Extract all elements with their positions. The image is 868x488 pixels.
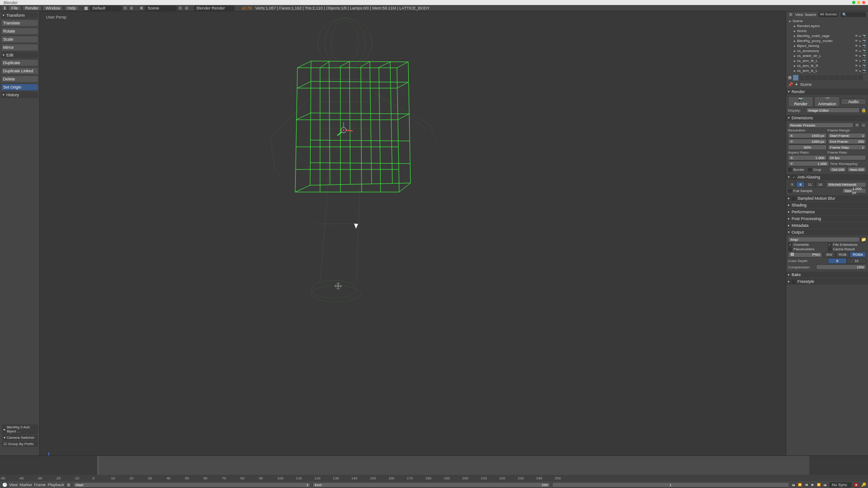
tl-menu-playback[interactable]: Playback — [47, 483, 64, 487]
cache-result-check[interactable]: Cache Result — [828, 247, 867, 251]
menu-help[interactable]: Help — [64, 5, 79, 11]
engine-field[interactable]: Blender Render — [194, 5, 235, 11]
res-pct-field[interactable]: 50% — [788, 145, 827, 150]
autokey-icon[interactable]: ● — [854, 482, 859, 488]
jump-end-icon[interactable]: ⏭ — [823, 483, 827, 487]
tab-render[interactable] — [793, 75, 798, 80]
keyframe-prev-icon[interactable]: ⏪ — [797, 483, 802, 487]
frame-step-field[interactable]: Frame Step:1 — [828, 145, 867, 150]
tab-modifiers[interactable] — [828, 75, 834, 80]
panel-edit[interactable]: Edit — [1, 52, 38, 58]
outliner-row[interactable]: ▸cs_accessory👁▸📷 — [787, 48, 867, 53]
menu-window[interactable]: Window — [42, 5, 63, 11]
outliner-row[interactable]: ▸Biped_blenrig👁▸📷 — [787, 43, 867, 48]
color-depth-seg[interactable]: 816 — [828, 258, 867, 264]
minimize-icon[interactable] — [857, 1, 860, 4]
rotate-button[interactable]: Rotate — [1, 28, 38, 35]
sync-mode[interactable]: No Sync — [829, 482, 852, 488]
menu-file[interactable]: File — [8, 5, 21, 11]
start-frame-tl[interactable]: Start:1 — [73, 482, 311, 488]
tl-menu-marker[interactable]: Marker — [19, 483, 32, 487]
placeholders-check[interactable]: Placeholders — [788, 247, 827, 251]
end-frame-field[interactable]: End Frame:250 — [828, 139, 867, 144]
outliner-search-input[interactable]: 🔍 — [840, 12, 866, 17]
play-reverse-icon[interactable]: ◀ — [804, 483, 808, 487]
format-field[interactable]: 🖼 PNG — [788, 252, 822, 258]
outliner-row[interactable]: ▸cs_ankle_str_L👁▸📷 — [787, 53, 867, 58]
display-mode-field[interactable]: Image Editor — [806, 108, 860, 113]
outliner-row[interactable]: ▸RenderLayers — [787, 23, 867, 28]
outliner-row[interactable]: ▸cs_arm_fk_L👁▸📷 — [787, 58, 867, 63]
tab-material[interactable] — [840, 75, 845, 80]
scene-icon[interactable]: ✦ — [139, 5, 144, 11]
render-panel-header[interactable]: Render — [786, 89, 868, 95]
aa-samples-seg[interactable]: 581116 — [788, 182, 826, 188]
output-path-field[interactable]: /tmp/ — [788, 237, 860, 242]
tab-object[interactable] — [816, 75, 822, 80]
overwrite-check[interactable]: Overwrite — [788, 243, 827, 247]
scene-del-icon[interactable]: × — [184, 5, 189, 11]
range-icon[interactable]: ⊘ — [66, 482, 71, 488]
outliner-row[interactable]: ▸Scene — [787, 19, 867, 23]
group-by-prefix-check[interactable]: ☑ Group By Prefix — [2, 441, 38, 447]
outliner-search-menu[interactable]: Search — [805, 13, 816, 17]
menu-render[interactable]: Render — [22, 5, 42, 11]
camera-switcher-panel[interactable]: ▾ Camera Switcher — [2, 435, 38, 441]
last-operator[interactable]: ▸ BlenRig 5 Add Biped ... — [2, 424, 38, 434]
scene-field[interactable]: Scene — [145, 5, 177, 11]
end-frame-tl[interactable]: End:250 — [312, 482, 550, 488]
delete-button[interactable]: Delete — [1, 75, 38, 83]
outliner-row[interactable]: ▸World — [787, 28, 867, 33]
folder-icon[interactable]: 📁 — [861, 237, 866, 242]
post-processing-header[interactable]: Post Processing — [786, 216, 868, 222]
keyframe-next-icon[interactable]: ⏩ — [816, 483, 821, 487]
tl-menu-frame[interactable]: Frame — [34, 483, 46, 487]
shading-header[interactable]: Shading — [786, 202, 868, 208]
file-ext-check[interactable]: File Extensions — [828, 243, 867, 247]
tab-physics[interactable] — [858, 75, 863, 80]
duplicate-linked-button[interactable]: Duplicate Linked — [1, 67, 38, 75]
preset-add-icon[interactable]: + — [854, 122, 860, 128]
scene-add-icon[interactable]: + — [178, 5, 183, 11]
timeline-track[interactable]: -50-40-30-20-100102030405060708090100110… — [0, 456, 868, 481]
close-icon[interactable] — [862, 1, 865, 4]
border-check[interactable]: Border — [788, 168, 804, 172]
set-origin-button[interactable]: Set Origin — [1, 84, 38, 91]
keyset-icon[interactable]: 🔑 — [861, 482, 866, 488]
preset-del-icon[interactable]: − — [861, 122, 866, 128]
audio-button[interactable]: Audio — [841, 99, 866, 105]
panel-transform[interactable]: Transform — [1, 12, 38, 19]
aa-panel-header[interactable]: Anti-Aliasing — [786, 174, 868, 180]
panel-history[interactable]: History — [1, 92, 38, 98]
layout-del-icon[interactable]: × — [129, 5, 134, 11]
outliner-row[interactable]: ▸cs_arm_ik_L👁▸📷 — [787, 68, 867, 73]
jump-start-icon[interactable]: ⏮ — [791, 483, 796, 487]
render-presets[interactable]: Render Presets — [788, 122, 854, 128]
tab-render-layers[interactable] — [799, 75, 804, 80]
start-frame-field[interactable]: Start Frame:1 — [828, 133, 867, 138]
freestyle-header[interactable]: Freestyle — [786, 278, 868, 285]
layout-add-icon[interactable]: + — [123, 5, 128, 11]
scale-button[interactable]: Scale — [1, 36, 38, 43]
tab-world[interactable] — [811, 75, 816, 80]
sampled-mblur-header[interactable]: Sampled Motion Blur — [786, 195, 868, 202]
metadata-header[interactable]: Metadata — [786, 222, 868, 229]
res-x-field[interactable]: X:1920 px — [788, 133, 827, 138]
tab-texture[interactable] — [846, 75, 851, 80]
pin-icon[interactable]: 📌 — [788, 82, 793, 87]
props-editor-icon[interactable]: ⚙ — [787, 75, 793, 80]
aa-size-field[interactable]: Size:1.000 px — [842, 188, 866, 193]
compression-field[interactable]: 15% — [816, 264, 866, 270]
aspect-x-field[interactable]: X:1.000 — [788, 155, 827, 160]
render-button[interactable]: 📷 Render — [788, 96, 813, 107]
crop-check[interactable]: Crop — [808, 168, 821, 172]
res-y-field[interactable]: Y:1080 px — [788, 139, 827, 144]
tab-scene[interactable] — [805, 75, 810, 80]
translate-button[interactable]: Translate — [1, 19, 38, 27]
outliner-row[interactable]: ▸cs_arm_fk_R👁▸📷 — [787, 63, 867, 68]
tab-constraints[interactable] — [822, 75, 828, 80]
old-field[interactable]: Old:100 — [829, 167, 846, 172]
full-sample-check[interactable]: Full Sample — [788, 189, 812, 193]
tab-data[interactable] — [834, 75, 840, 80]
maximize-icon[interactable] — [852, 1, 855, 4]
